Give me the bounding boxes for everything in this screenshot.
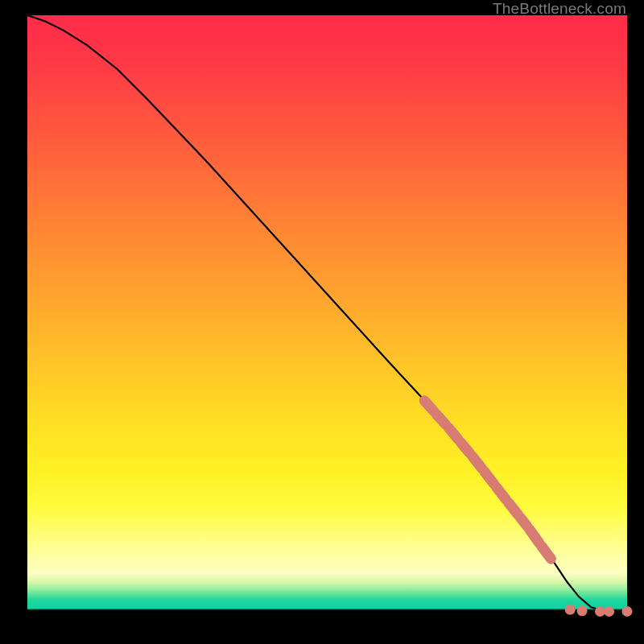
highlight-dash bbox=[485, 472, 494, 484]
tail-dots bbox=[565, 605, 633, 617]
bottleneck-curve bbox=[27, 15, 627, 612]
highlight-dash bbox=[424, 401, 434, 411]
tail-dot bbox=[604, 606, 614, 617]
plot-area bbox=[27, 15, 627, 615]
chart-stage: TheBottleneck.com bbox=[0, 0, 644, 644]
highlight-dash bbox=[542, 546, 551, 559]
highlight-dashes bbox=[424, 401, 551, 559]
highlight-dash bbox=[460, 442, 470, 453]
tail-dot bbox=[577, 605, 588, 616]
tail-dot bbox=[595, 606, 605, 617]
highlight-dash bbox=[448, 427, 458, 439]
highlight-dash bbox=[509, 502, 518, 514]
tail-dot bbox=[622, 606, 633, 617]
highlight-dash bbox=[473, 456, 482, 469]
highlight-dash bbox=[530, 529, 539, 543]
highlight-dash bbox=[436, 415, 446, 425]
highlight-dash bbox=[497, 487, 506, 499]
attribution-text: TheBottleneck.com bbox=[493, 0, 626, 18]
curve-layer bbox=[27, 15, 627, 615]
tail-dot bbox=[565, 605, 576, 615]
highlight-dash bbox=[520, 518, 526, 526]
